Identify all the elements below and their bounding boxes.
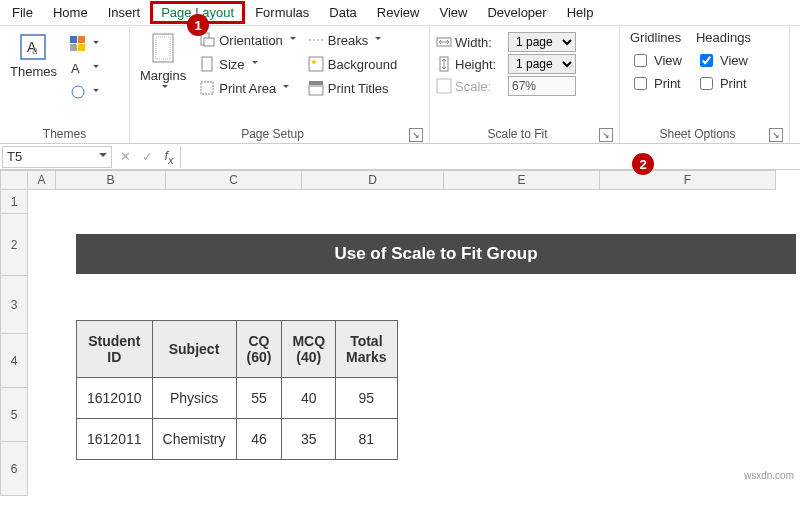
svg-rect-13 [202, 57, 212, 71]
svg-rect-3 [70, 36, 77, 43]
size-button[interactable]: Size [196, 54, 299, 74]
effects-button[interactable] [67, 82, 102, 102]
row-header-6[interactable]: 6 [0, 442, 28, 496]
margins-button[interactable]: Margins [136, 30, 190, 98]
group-label-page-setup: Page Setup [136, 125, 409, 141]
table-cell[interactable]: 95 [336, 378, 397, 419]
svg-rect-5 [70, 44, 77, 51]
col-header-E[interactable]: E [444, 170, 600, 190]
svg-rect-6 [78, 44, 85, 51]
svg-rect-10 [156, 37, 170, 59]
width-icon [436, 34, 452, 50]
background-button[interactable]: Background [305, 54, 400, 74]
table-cell[interactable]: 40 [282, 378, 336, 419]
svg-rect-19 [309, 86, 323, 95]
print-area-icon [199, 80, 215, 96]
svg-rect-14 [201, 82, 213, 94]
group-themes: Aa Themes A Themes [0, 26, 130, 143]
svg-rect-18 [309, 81, 323, 85]
effects-icon [70, 84, 86, 100]
headings-view[interactable]: View [696, 51, 751, 70]
fx-button[interactable]: fx [158, 148, 180, 166]
headings-print[interactable]: Print [696, 74, 751, 93]
col-header-B[interactable]: B [56, 170, 166, 190]
table-cell[interactable]: Physics [152, 378, 236, 419]
sheet-options-launcher[interactable] [769, 128, 783, 142]
table-cell[interactable]: 1612010 [77, 378, 153, 419]
background-icon [308, 56, 324, 72]
height-select[interactable]: 1 page [508, 54, 576, 74]
tab-formulas[interactable]: Formulas [245, 2, 319, 23]
margins-icon [149, 32, 177, 66]
print-titles-icon [308, 80, 324, 96]
themes-icon: Aa [18, 32, 48, 62]
headings-heading: Headings [696, 30, 751, 45]
col-header-D[interactable]: D [302, 170, 444, 190]
row-header-1[interactable]: 1 [0, 190, 28, 214]
headings-view-checkbox[interactable] [700, 54, 713, 67]
svg-point-8 [72, 86, 84, 98]
watermark: wsxdn.com [744, 470, 794, 481]
name-box[interactable]: T5 [2, 146, 112, 168]
scale-launcher[interactable] [599, 128, 613, 142]
row-header-4[interactable]: 4 [0, 334, 28, 388]
orientation-button[interactable]: Orientation [196, 30, 299, 50]
group-scale-to-fit: Width: 1 page Height: 1 page Scale: Scal… [430, 26, 620, 143]
table-header: Subject [152, 321, 236, 378]
tab-developer[interactable]: Developer [477, 2, 556, 23]
col-header-F[interactable]: F [600, 170, 776, 190]
tab-data[interactable]: Data [319, 2, 366, 23]
gridlines-print[interactable]: Print [630, 74, 682, 93]
fonts-button[interactable]: A [67, 58, 102, 78]
table-row: 1612010Physics554095 [77, 378, 398, 419]
row-header-5[interactable]: 5 [0, 388, 28, 442]
scale-label: Scale: [455, 79, 505, 94]
gridlines-print-checkbox[interactable] [634, 77, 647, 90]
colors-button[interactable] [67, 34, 102, 54]
col-header-A[interactable]: A [28, 170, 56, 190]
size-icon [199, 56, 215, 72]
tab-file[interactable]: File [2, 2, 43, 23]
row-header-2[interactable]: 2 [0, 214, 28, 276]
page-setup-launcher[interactable] [409, 128, 423, 142]
table-cell[interactable]: 55 [236, 378, 282, 419]
themes-button[interactable]: Aa Themes [6, 30, 61, 102]
svg-rect-16 [309, 57, 323, 71]
formula-bar: T5 ✕ ✓ fx [0, 144, 800, 170]
svg-rect-12 [204, 38, 214, 46]
row-header-3[interactable]: 3 [0, 276, 28, 334]
table-header: Total Marks [336, 321, 397, 378]
group-label-themes: Themes [6, 125, 123, 141]
select-all-corner[interactable] [0, 170, 28, 190]
sheet-title: Use of Scale to Fit Group [76, 234, 796, 274]
table-cell[interactable]: 35 [282, 419, 336, 460]
gridlines-view-checkbox[interactable] [634, 54, 647, 67]
callout-1: 1 [187, 14, 209, 36]
formula-input[interactable] [180, 146, 800, 168]
print-area-button[interactable]: Print Area [196, 78, 299, 98]
table-header: Student ID [77, 321, 153, 378]
tab-home[interactable]: Home [43, 2, 98, 23]
breaks-button[interactable]: Breaks [305, 30, 400, 50]
table-cell[interactable]: 81 [336, 419, 397, 460]
tab-view[interactable]: View [429, 2, 477, 23]
width-select[interactable]: 1 page [508, 32, 576, 52]
table-cell[interactable]: 1612011 [77, 419, 153, 460]
tab-help[interactable]: Help [557, 2, 604, 23]
table-cell[interactable]: 46 [236, 419, 282, 460]
colors-icon [70, 36, 86, 52]
tab-insert[interactable]: Insert [98, 2, 151, 23]
col-header-C[interactable]: C [166, 170, 302, 190]
svg-rect-4 [78, 36, 85, 43]
gridlines-heading: Gridlines [630, 30, 682, 45]
table-cell[interactable]: Chemistry [152, 419, 236, 460]
ribbon-tabs: File Home Insert Page Layout Formulas Da… [0, 0, 800, 26]
headings-print-checkbox[interactable] [700, 77, 713, 90]
fonts-icon: A [70, 60, 86, 76]
data-table: Student IDSubjectCQ (60)MCQ (40)Total Ma… [76, 320, 398, 460]
tab-review[interactable]: Review [367, 2, 430, 23]
group-sheet-options: Gridlines View Print Headings View Print… [620, 26, 790, 143]
print-titles-button[interactable]: Print Titles [305, 78, 400, 98]
table-header: MCQ (40) [282, 321, 336, 378]
gridlines-view[interactable]: View [630, 51, 682, 70]
